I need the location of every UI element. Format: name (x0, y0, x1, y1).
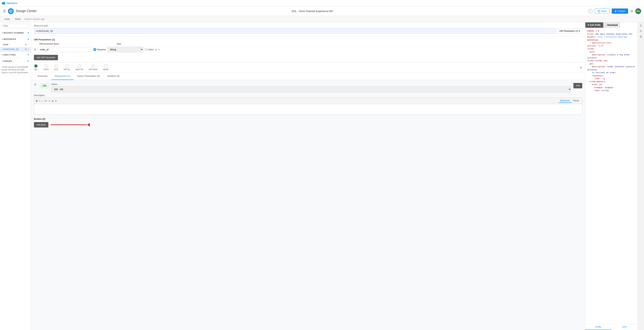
uri-params-button[interactable]: URI Parameters (1) ▾ (557, 28, 582, 34)
summary-tab-label: Summary (38, 75, 48, 77)
code-button[interactable]: </> (44, 99, 47, 102)
sidebar-item-order-id[interactable]: /order/{order_id} 🗑 + (0, 47, 31, 51)
raml-content[interactable]: #%RAML 1.0 title: EGL Omni Channel Exper… (585, 28, 638, 324)
trash-icon[interactable]: 🗑 (25, 43, 27, 46)
order-id-label: /order/{order_id} (3, 48, 18, 50)
put-circle (55, 64, 58, 68)
response-delete-icon[interactable]: 🗑 (34, 83, 36, 86)
method-options[interactable]: OPTIONS (88, 64, 98, 70)
method-put[interactable]: PUT (54, 64, 58, 70)
delete-method-row-icon[interactable]: 🗑 (580, 66, 582, 69)
svg-line-7 (598, 11, 600, 12)
heading-button[interactable]: H (55, 99, 57, 102)
data-types-header[interactable]: ▾ DATA TYPES + (0, 52, 31, 58)
resource-path-label: Resource path (34, 24, 582, 27)
add-uri-param-button[interactable]: Add URI Parameter (34, 55, 58, 60)
tab-headers[interactable]: Headers (0) (104, 72, 123, 80)
status-select[interactable]: 200 - OK 201 - Created 400 - Bad Request… (51, 86, 571, 92)
download-raml-button[interactable]: ↓ Download (604, 22, 620, 28)
uri-param-name-input[interactable] (38, 47, 92, 52)
add-resource-icon[interactable]: + (28, 37, 29, 41)
settings-icon[interactable]: ⚙ (630, 9, 633, 13)
security-schemes-section: ▾ SECURITY SCHEMES + (0, 30, 31, 36)
share-button[interactable]: Share (595, 8, 610, 14)
required-checkbox[interactable] (94, 48, 96, 51)
side-settings-icon[interactable]: ⚙ (640, 35, 642, 38)
raml-line-1: #%RAML 1.0 (587, 29, 636, 33)
markdown-tab[interactable]: Markdown (559, 99, 572, 103)
refresh-icon[interactable]: ↻ (640, 29, 642, 33)
groups-description: Create groups to semantically group reso… (0, 64, 31, 75)
query-params-tab-label: Query Parameters (0) (77, 75, 100, 77)
filter-input[interactable] (2, 24, 29, 28)
uri-param-row-0: 🗑 Required String Integer Boolean Number (34, 46, 582, 53)
ordered-list-button[interactable]: ≡ (49, 99, 50, 102)
bold-button[interactable]: B (36, 99, 38, 102)
delete-param-icon[interactable]: 🗑 (34, 48, 36, 51)
security-schemes-header[interactable]: ▾ SECURITY SCHEMES + (0, 30, 31, 36)
head-label: HEAD (103, 68, 109, 70)
raml-panel: ✎ Edit RAML ↓ Download #%RAML 1.0 title:… (585, 22, 638, 330)
unordered-list-button[interactable]: ≣ (52, 99, 54, 102)
uri-param-type-select[interactable]: String Integer Boolean Number (107, 47, 143, 52)
raml-panel-actions: ✎ Edit RAML ↓ Download (585, 22, 638, 28)
resources-section: ▾ RESOURCES + /order 🗑 + /order/{order_i… (0, 36, 31, 52)
raml-footer-tab-raml[interactable]: RAML (585, 324, 612, 330)
status-label: Status (51, 83, 571, 85)
hamburger-icon[interactable]: ☰ (3, 9, 6, 13)
raml-line-8: post: (587, 50, 636, 53)
patch-label: PATCH (64, 68, 70, 70)
uri-param-type-group: String Integer Boolean Number (107, 47, 143, 52)
add-security-scheme-icon[interactable]: + (28, 31, 29, 34)
add-response-button[interactable]: Add (574, 83, 582, 88)
raml-line-7: /order: (587, 47, 636, 50)
tab-query-params[interactable]: Query Parameters (0) (74, 72, 104, 80)
redo-button[interactable]: Redo (14, 17, 22, 21)
method-get[interactable]: GET (34, 64, 38, 70)
raml-line-17: order_id: (587, 83, 636, 86)
method-delete[interactable]: DELETE (76, 64, 83, 70)
raml-footer-tab-oas[interactable]: OAS (612, 324, 638, 330)
resources-header[interactable]: ▾ RESOURCES + (0, 36, 31, 42)
add-icon[interactable]: + (28, 43, 29, 46)
response-detail: Status 200 - OK 201 - Created 400 - Bad … (51, 83, 571, 92)
resource-path-input[interactable] (34, 28, 556, 34)
user-avatar[interactable]: DU (635, 8, 641, 14)
info-icon[interactable]: ℹ (640, 24, 642, 27)
add-group-icon[interactable]: + (28, 59, 29, 63)
tab-responses[interactable]: Responses (1) (51, 72, 74, 80)
delete-circle (78, 64, 81, 68)
raml-line-12: description: Order instance resource all… (587, 65, 636, 71)
edit-raml-button[interactable]: ✎ Edit RAML (585, 22, 604, 28)
raml-tab-label: RAML (596, 326, 602, 328)
add-data-type-icon[interactable]: + (28, 53, 29, 56)
raml-line-2: title: EGL Omni Channel Experience API (587, 33, 636, 36)
add-body-button[interactable]: Add Body (34, 122, 48, 127)
tab-summary[interactable]: Summary (34, 72, 51, 80)
add-icon-2[interactable]: + (28, 48, 29, 50)
blockquote-button[interactable]: » (41, 99, 42, 102)
expand-icon[interactable]: ⊞ (155, 48, 157, 51)
visual-tab[interactable]: Visual (572, 99, 580, 103)
union-label: Union (148, 48, 154, 51)
trash-icon-2[interactable]: 🗑 (25, 48, 27, 50)
method-patch[interactable]: PATCH (64, 64, 70, 70)
undo-button[interactable]: Undo (3, 17, 11, 21)
publish-button[interactable]: Publish (612, 8, 628, 14)
chevron-down-icon-param[interactable]: ▾ (158, 48, 160, 51)
raml-line-10: /order/{order_id}: (587, 59, 636, 62)
desc-editor[interactable] (34, 104, 582, 115)
patch-circle (65, 64, 68, 68)
chevron-down-icon: ▾ (2, 32, 3, 34)
raml-line-13: to retrieve an order (587, 71, 636, 74)
help-icon[interactable]: ? (588, 9, 592, 13)
method-head[interactable]: HEAD (103, 64, 109, 70)
groups-header[interactable]: ▾ GROUPS + (0, 58, 31, 64)
union-checkbox[interactable] (145, 48, 147, 51)
md-visual-tabs: Markdown Visual (559, 99, 580, 103)
raml-line-15: "200": {} (587, 77, 636, 80)
delete-label: DELETE (76, 68, 83, 70)
method-post[interactable]: POST (44, 64, 49, 70)
italic-button[interactable]: I (39, 99, 40, 102)
sidebar-item-order[interactable]: /order 🗑 + (0, 42, 31, 47)
